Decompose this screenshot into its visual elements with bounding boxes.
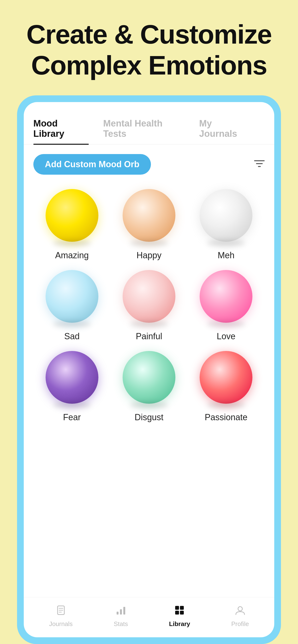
mood-item-love[interactable]: Love xyxy=(188,268,265,346)
nav-label-stats: Stats xyxy=(114,620,128,628)
svg-rect-11 xyxy=(180,606,184,610)
orb-happy xyxy=(123,189,175,242)
svg-rect-7 xyxy=(117,612,118,614)
mood-item-disgust[interactable]: Disgust xyxy=(110,348,187,427)
orb-amazing xyxy=(46,189,98,242)
nav-item-profile[interactable]: Profile xyxy=(231,604,249,628)
journal-icon xyxy=(55,604,67,618)
orb-container-sad xyxy=(43,270,101,328)
mood-grid: Amazing Happy Meh xyxy=(33,187,265,437)
orb-love xyxy=(200,270,252,323)
nav-label-library: Library xyxy=(169,620,190,628)
hero-title: Create & Customize Complex Emotions xyxy=(0,0,298,95)
mood-item-amazing[interactable]: Amazing xyxy=(33,187,110,265)
orb-fear xyxy=(46,351,98,404)
mood-item-painful[interactable]: Painful xyxy=(110,268,187,346)
add-custom-mood-orb-button[interactable]: Add Custom Mood Orb xyxy=(33,154,151,175)
orb-container-happy xyxy=(120,189,178,246)
orb-container-love xyxy=(197,270,255,328)
mood-label-happy: Happy xyxy=(136,250,162,260)
profile-icon xyxy=(234,604,246,618)
svg-rect-8 xyxy=(120,609,122,614)
orb-disgust xyxy=(123,351,175,404)
orb-container-passionate xyxy=(197,351,255,408)
svg-rect-2 xyxy=(258,166,261,167)
nav-item-stats[interactable]: Stats xyxy=(114,604,128,628)
orb-shadow-disgust xyxy=(130,402,168,408)
tab-mental-health-tests[interactable]: Mental Health Tests xyxy=(103,114,185,144)
phone-wrapper: Mood Library Mental Health Tests My Jour… xyxy=(17,95,281,644)
stats-icon xyxy=(115,604,127,618)
orb-container-amazing xyxy=(43,189,101,246)
mood-label-meh: Meh xyxy=(218,250,234,260)
tab-mood-library[interactable]: Mood Library xyxy=(33,114,89,144)
mood-label-painful: Painful xyxy=(136,331,162,342)
svg-rect-9 xyxy=(123,607,125,614)
orb-shadow-fear xyxy=(53,402,91,408)
svg-rect-13 xyxy=(180,611,184,614)
orb-shadow-amazing xyxy=(53,240,91,246)
mood-label-fear: Fear xyxy=(63,412,81,422)
library-icon xyxy=(174,604,185,618)
svg-point-14 xyxy=(238,606,242,611)
content-area: Add Custom Mood Orb Am xyxy=(24,144,274,597)
orb-container-disgust xyxy=(120,351,178,408)
mood-item-meh[interactable]: Meh xyxy=(188,187,265,265)
filter-icon[interactable] xyxy=(254,158,265,170)
mood-item-sad[interactable]: Sad xyxy=(33,268,110,346)
orb-container-meh xyxy=(197,189,255,246)
mood-label-love: Love xyxy=(217,331,235,342)
mood-label-sad: Sad xyxy=(64,331,80,342)
orb-shadow-happy xyxy=(130,240,168,246)
orb-meh xyxy=(200,189,252,242)
orb-passionate xyxy=(200,351,252,404)
orb-sad xyxy=(46,270,98,323)
svg-rect-1 xyxy=(256,163,263,164)
phone-screen: Mood Library Mental Health Tests My Jour… xyxy=(24,102,274,637)
svg-rect-12 xyxy=(175,611,179,614)
toolbar: Add Custom Mood Orb xyxy=(33,154,265,175)
mood-item-fear[interactable]: Fear xyxy=(33,348,110,427)
nav-label-profile: Profile xyxy=(231,620,249,628)
orb-painful xyxy=(123,270,175,323)
nav-item-journals[interactable]: Journals xyxy=(49,604,73,628)
orb-shadow-sad xyxy=(53,321,91,328)
tab-bar: Mood Library Mental Health Tests My Jour… xyxy=(24,102,274,144)
svg-rect-0 xyxy=(254,160,265,161)
orb-shadow-love xyxy=(207,321,245,328)
mood-item-happy[interactable]: Happy xyxy=(110,187,187,265)
mood-label-amazing: Amazing xyxy=(55,250,89,260)
orb-container-fear xyxy=(43,351,101,408)
mood-label-disgust: Disgust xyxy=(135,412,163,422)
bottom-nav: Journals Stats xyxy=(24,597,274,637)
tab-my-journals[interactable]: My Journals xyxy=(199,114,250,144)
orb-shadow-meh xyxy=(207,240,245,246)
mood-label-passionate: Passionate xyxy=(205,412,247,422)
svg-rect-10 xyxy=(175,606,179,610)
orb-container-painful xyxy=(120,270,178,328)
nav-label-journals: Journals xyxy=(49,620,73,628)
nav-item-library[interactable]: Library xyxy=(169,604,190,628)
orb-shadow-painful xyxy=(130,321,168,328)
orb-shadow-passionate xyxy=(207,402,245,408)
mood-item-passionate[interactable]: Passionate xyxy=(188,348,265,427)
